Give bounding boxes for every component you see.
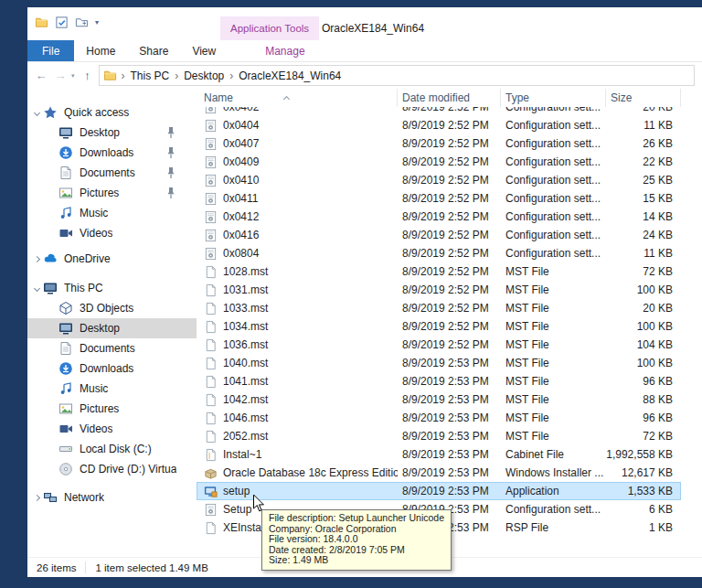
pin-icon [164,125,178,140]
selection-summary: 1 item selected 1.49 MB [95,562,207,573]
breadcrumb-chevron-icon[interactable]: › [226,69,237,82]
file-row-1042-mst[interactable]: 1042.mst8/9/2019 2:53 PMMST File88 KB [197,390,681,409]
sidebar-item-downloads[interactable]: Downloads [27,143,197,163]
sidebar-item-documents[interactable]: Documents [27,338,197,358]
sidebar-item-3d-objects[interactable]: 3D Objects [27,298,197,318]
file-icon [204,338,218,352]
file-row-0x0407[interactable]: 0x04078/9/2019 2:52 PMConfiguration sett… [197,134,681,153]
chevron-right-icon[interactable] [34,255,40,262]
file-row-0x0402[interactable]: 0x04028/9/2019 2:52 PMConfiguration sett… [197,107,681,116]
file-type: Configuration sett... [501,503,606,516]
breadcrumb-item-this-pc[interactable]: This PC [129,69,172,82]
file-row-1031-mst[interactable]: 1031.mst8/9/2019 2:52 PMMST File100 KB [197,281,681,299]
ribbon-tab-share[interactable]: Share [127,40,180,61]
sidebar-item-quick-access[interactable]: Quick access [27,102,197,123]
file-size: 25 KB [606,174,681,187]
ribbon-tab-home[interactable]: Home [74,40,127,61]
breadcrumb-chevron-icon[interactable]: › [118,69,129,82]
file-size: 96 KB [606,412,681,424]
file-icon [204,521,218,535]
file-row-0x0409[interactable]: 0x04098/9/2019 2:52 PMConfiguration sett… [197,153,681,171]
sidebar-item-cd-drive-d-virtua[interactable]: CD Drive (D:) Virtua [27,459,197,479]
expander[interactable] [31,111,43,115]
caret-down-icon[interactable]: ▾ [95,16,99,29]
sidebar-item-label: Desktop [80,126,120,139]
chevron-down-icon[interactable] [34,284,40,291]
column-header-type[interactable]: Type [501,89,606,107]
file-row-2052-mst[interactable]: 2052.mst8/9/2019 2:53 PMMST File72 KB [197,427,681,445]
column-header-name[interactable]: Name [197,89,398,107]
cabinet-icon [204,448,218,462]
breadcrumb-chevron-icon[interactable]: › [171,69,182,82]
sidebar-item-onedrive[interactable]: OneDrive [27,249,197,269]
file-size: 1,533 KB [606,485,681,497]
sidebar-item-videos[interactable]: Videos [27,419,197,439]
breadcrumb-item-oraclexe184-win64[interactable]: OracleXE184_Win64 [237,69,343,82]
ribbon-tab-manage[interactable]: Manage [253,40,316,61]
ribbon-tab-file[interactable]: File [27,40,74,61]
file-type: MST File [501,265,606,278]
sidebar-item-this-pc[interactable]: This PC [27,278,197,298]
window-folder-icon [35,16,48,29]
file-row-1033-mst[interactable]: 1033.mst8/9/2019 2:52 PMMST File20 KB [197,299,681,317]
back-arrow-icon[interactable]: ← [33,67,49,85]
file-row-1028-mst[interactable]: 1028.mst8/9/2019 2:52 PMMST File72 KB [197,262,681,281]
file-row-1036-mst[interactable]: 1036.mst8/9/2019 2:52 PMMST File104 KB [197,336,681,354]
file-icon [204,320,218,334]
history-caret-icon[interactable]: ▾ [71,72,75,80]
up-arrow-icon[interactable]: ↑ [80,67,96,85]
sidebar-item-music[interactable]: Music [27,203,197,223]
sidebar-item-music[interactable]: Music [27,379,197,399]
file-row-instal-1[interactable]: Instal~18/9/2019 2:53 PMCabinet File1,99… [197,445,681,464]
drive-icon [58,442,73,456]
file-row-1040-mst[interactable]: 1040.mst8/9/2019 2:53 PMMST File100 KB [197,354,681,372]
address-bar: ← → ▾ ↑ ›This PC›Desktop›OracleXE184_Win… [27,62,702,89]
sidebar-item-network[interactable]: Network [27,487,197,508]
file-size: 100 KB [606,283,681,296]
breadcrumb-item-desktop[interactable]: Desktop [182,69,226,82]
file-date: 8/9/2019 2:53 PM [398,412,501,424]
sidebar-item-videos[interactable]: Videos [27,223,197,243]
file-row-0x0412[interactable]: 0x04128/9/2019 2:52 PMConfiguration sett… [197,208,681,226]
new-folder-icon[interactable] [75,16,89,29]
column-header-size[interactable]: Size [606,89,681,107]
file-row-1034-mst[interactable]: 1034.mst8/9/2019 2:52 PMMST File100 KB [197,317,681,336]
sidebar-item-label: Pictures [80,187,119,199]
file-row-0x0410[interactable]: 0x04108/9/2019 2:52 PMConfiguration sett… [197,171,681,189]
file-type: MST File [501,357,606,369]
properties-icon[interactable] [55,16,69,29]
sidebar-item-desktop[interactable]: Desktop [27,318,197,338]
sidebar-item-pictures[interactable]: Pictures [27,399,197,419]
file-row-0x0804[interactable]: 0x08048/9/2019 2:52 PMConfiguration sett… [197,244,681,262]
chevron-right-icon[interactable] [34,494,40,500]
file-row-0x0411[interactable]: 0x04118/9/2019 2:52 PMConfiguration sett… [197,189,681,208]
ribbon-tabs: FileHomeShareViewManage [27,40,702,62]
expander[interactable] [31,257,43,262]
sidebar-item-desktop[interactable]: Desktop [27,123,197,143]
file-row-oracle-database-18c-express-edition[interactable]: Oracle Database 18c Express Edition8/9/2… [197,464,681,482]
expander[interactable] [31,286,43,291]
file-row-1041-mst[interactable]: 1041.mst8/9/2019 2:53 PMMST File96 KB [197,372,681,390]
file-size: 6 KB [606,503,681,516]
ribbon-tab-view[interactable]: View [180,40,228,61]
file-row-1046-mst[interactable]: 1046.mst8/9/2019 2:53 PMMST File96 KB [197,409,681,427]
sidebar-item-documents[interactable]: Documents [27,163,197,183]
config-icon [204,155,218,169]
file-date: 8/9/2019 2:52 PM [398,137,501,150]
sidebar-item-pictures[interactable]: Pictures [27,183,197,203]
sidebar-item-label: OneDrive [64,252,111,265]
address-box[interactable]: ›This PC›Desktop›OracleXE184_Win64 [99,65,695,86]
file-size: 72 KB [606,430,681,443]
column-header-date-modified[interactable]: Date modified [398,89,501,107]
sidebar-item-local-disk-c[interactable]: Local Disk (C:) [27,439,197,459]
file-row-setup[interactable]: setup8/9/2019 2:53 PMApplication1,533 KB [197,482,681,500]
expander[interactable] [31,496,43,500]
file-name: Oracle Database 18c Express Edition [223,466,398,479]
file-date: 8/9/2019 2:53 PM [398,485,501,497]
file-row-0x0416[interactable]: 0x04168/9/2019 2:52 PMConfiguration sett… [197,226,681,244]
forward-arrow-icon[interactable]: → [52,67,69,85]
chevron-down-icon[interactable] [34,109,40,115]
file-row-0x0404[interactable]: 0x04048/9/2019 2:52 PMConfiguration sett… [197,116,681,134]
sidebar-item-downloads[interactable]: Downloads [27,358,197,379]
file-size: 1 KB [606,521,681,534]
